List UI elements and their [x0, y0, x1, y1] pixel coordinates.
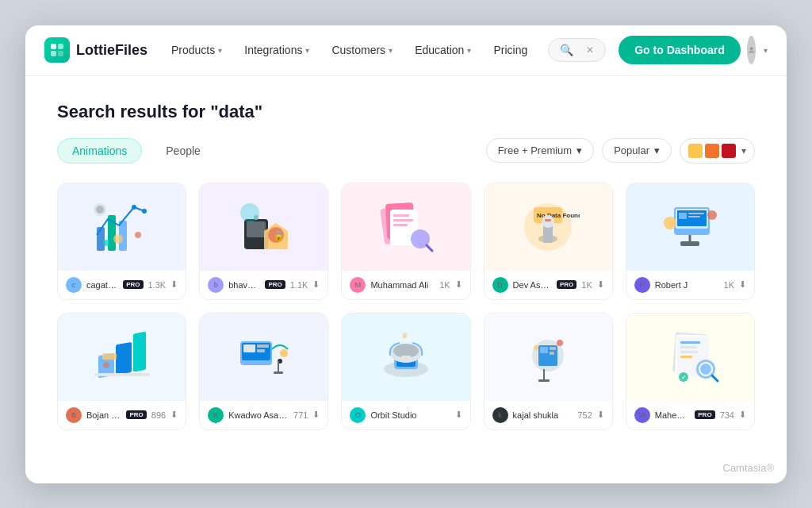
svg-point-75 [534, 345, 538, 350]
card-1-author: cagatay ... [86, 280, 118, 290]
search-results-title: Search results for "data" [57, 102, 755, 122]
card-3-author: Muhammad Ali [370, 280, 435, 290]
svg-rect-16 [247, 221, 266, 237]
card-3-footer: M Muhammad Ali 1K ⬇ [342, 271, 469, 299]
app-window: LottieFiles Products ▾ Integrations ▾ Cu… [25, 25, 787, 483]
svg-rect-3 [58, 51, 63, 56]
watermark: Camtasia® [25, 456, 787, 483]
card-7[interactable]: K Kwadwo Asan... 771 ⬇ [199, 313, 328, 430]
card-1-count: 1.3K [148, 280, 167, 290]
svg-point-74 [557, 340, 563, 346]
nav-pricing[interactable]: Pricing [485, 37, 535, 63]
svg-rect-35 [545, 219, 551, 221]
avatar[interactable] [747, 36, 756, 64]
card-10-download-icon[interactable]: ⬇ [739, 410, 746, 420]
logo[interactable]: LottieFiles [44, 37, 147, 63]
svg-rect-66 [401, 356, 411, 358]
svg-point-12 [113, 234, 123, 244]
license-chevron-icon: ▾ [576, 144, 582, 156]
nav-integrations[interactable]: Integrations ▾ [236, 37, 317, 63]
sort-filter[interactable]: Popular ▾ [602, 138, 672, 163]
svg-rect-54 [243, 344, 255, 352]
card-2-download-icon[interactable]: ⬇ [312, 279, 320, 290]
svg-rect-77 [538, 379, 550, 382]
card-8-image: ♛ [342, 314, 469, 401]
card-2-pro-badge: PRO [265, 280, 285, 289]
svg-point-60 [280, 349, 288, 357]
card-9-footer: k kajal shukla 752 ⬇ [485, 401, 612, 429]
svg-point-13 [135, 232, 141, 238]
svg-rect-56 [257, 349, 265, 352]
card-10[interactable]: ✓ M Mahend... PRO 734 ⬇ [626, 313, 755, 430]
card-4[interactable]: No Data Found D Dev Ashis... PRO 1K ⬇ [484, 183, 613, 300]
card-3-count: 1K [439, 280, 450, 290]
nav-products[interactable]: Products ▾ [163, 37, 230, 63]
svg-text:✓: ✓ [681, 374, 687, 381]
card-6-image [58, 314, 186, 401]
card-7-footer: K Kwadwo Asan... 771 ⬇ [200, 401, 327, 429]
customers-chevron-icon: ▾ [389, 46, 393, 55]
card-4-avatar: D [492, 277, 508, 293]
svg-rect-58 [278, 361, 279, 373]
svg-rect-25 [393, 219, 413, 221]
svg-point-11 [96, 206, 104, 214]
search-bar: 🔍 ✕ [548, 38, 606, 62]
card-4-pro-badge: PRO [557, 280, 576, 289]
card-4-image: No Data Found [485, 183, 612, 271]
card-1-avatar: c [66, 277, 82, 293]
card-8-download-icon[interactable]: ⬇ [455, 410, 462, 420]
nav-customers[interactable]: Customers ▾ [324, 37, 400, 63]
svg-text:🔒: 🔒 [273, 229, 285, 241]
card-3-download-icon[interactable]: ⬇ [455, 279, 462, 290]
svg-point-51 [103, 362, 109, 368]
card-1-footer: c cagatay ... PRO 1.3K ⬇ [58, 271, 186, 299]
card-5-footer: R Robert J 1K ⬇ [626, 271, 754, 299]
card-6-pro-badge: PRO [126, 410, 146, 419]
card-9[interactable]: k kajal shukla 752 ⬇ [484, 313, 613, 430]
card-6-download-icon[interactable]: ⬇ [170, 410, 178, 420]
license-filter[interactable]: Free + Premium ▾ [486, 138, 595, 163]
tab-people[interactable]: People [151, 139, 215, 163]
card-6[interactable]: B Bojan M... PRO 896 ⬇ [57, 313, 186, 430]
svg-point-44 [664, 217, 676, 229]
clear-search-button[interactable]: ✕ [586, 44, 594, 56]
card-1-download-icon[interactable]: ⬇ [170, 279, 178, 290]
card-6-avatar: B [66, 407, 82, 423]
svg-rect-81 [680, 341, 700, 344]
color-filter[interactable]: ▾ [680, 138, 755, 164]
card-1[interactable]: c cagatay ... PRO 1.3K ⬇ [57, 183, 186, 300]
card-2-count: 1.1K [290, 280, 308, 290]
svg-line-28 [427, 245, 432, 251]
svg-rect-41 [688, 216, 700, 217]
svg-point-8 [132, 205, 136, 210]
card-7-author: Kwadwo Asan... [228, 410, 289, 420]
card-2[interactable]: 🔒 b bhavya s... PRO 1.1K ⬇ [199, 183, 328, 300]
tab-animations[interactable]: Animations [57, 138, 142, 164]
svg-point-9 [142, 209, 147, 214]
card-4-download-icon[interactable]: ⬇ [597, 279, 604, 290]
svg-rect-43 [680, 241, 699, 246]
card-7-download-icon[interactable]: ⬇ [312, 410, 320, 420]
card-2-avatar: b [208, 277, 224, 293]
card-2-footer: b bhavya s... PRO 1.1K ⬇ [200, 271, 327, 299]
logo-icon [44, 37, 70, 63]
card-6-author: Bojan M... [86, 410, 121, 420]
card-8[interactable]: ♛ O Orbit Studio ⬇ [341, 313, 470, 430]
svg-line-86 [712, 375, 718, 381]
card-4-count: 1K [581, 280, 592, 290]
svg-rect-1 [58, 44, 63, 49]
dashboard-button[interactable]: Go to Dashboard [619, 36, 741, 64]
card-5[interactable]: R Robert J 1K ⬇ [626, 183, 755, 300]
color-chevron-icon: ▾ [741, 145, 746, 156]
card-9-download-icon[interactable]: ⬇ [597, 410, 604, 420]
svg-text:♛: ♛ [401, 331, 408, 340]
nav-education[interactable]: Education ▾ [407, 37, 479, 63]
card-9-image [485, 314, 612, 401]
card-3[interactable]: M Muhammad Ali 1K ⬇ [341, 183, 470, 300]
card-2-author: bhavya s... [228, 280, 260, 290]
color-orange [705, 144, 719, 158]
svg-rect-72 [550, 347, 556, 350]
card-10-footer: M Mahend... PRO 734 ⬇ [626, 401, 754, 429]
card-5-download-icon[interactable]: ⬇ [739, 279, 746, 290]
navbar: LottieFiles Products ▾ Integrations ▾ Cu… [25, 25, 787, 76]
